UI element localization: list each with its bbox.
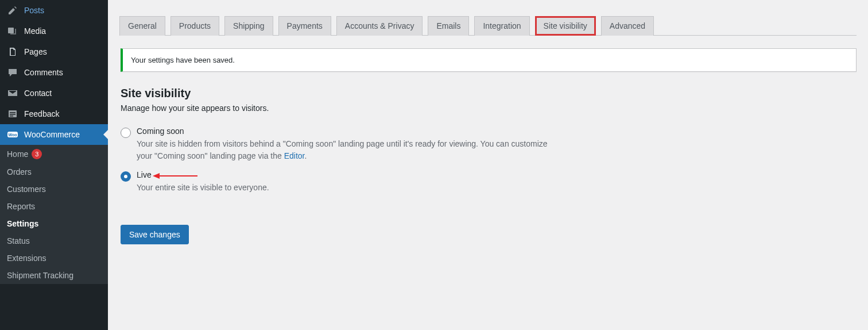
home-badge: 3	[32, 149, 42, 159]
notice-message: Your settings have been saved.	[131, 56, 235, 64]
sidebar-sub-status[interactable]: Status	[0, 232, 108, 250]
admin-sidebar: Posts Media Pages Comments Contact Feedb…	[0, 0, 108, 330]
tab-advanced[interactable]: Advanced	[601, 16, 654, 36]
sidebar-sub-settings[interactable]: Settings	[0, 215, 108, 232]
svg-rect-2	[10, 112, 16, 113]
tab-integration[interactable]: Integration	[474, 16, 529, 36]
sidebar-sub-label: Extensions	[7, 254, 46, 263]
feedback-icon	[7, 108, 18, 120]
sidebar-sub-label: Settings	[7, 219, 38, 228]
sidebar-sub-label: Shipment Tracking	[7, 271, 73, 280]
sidebar-item-label: Media	[24, 26, 46, 36]
sidebar-sub-shipment-tracking[interactable]: Shipment Tracking	[0, 267, 108, 284]
sidebar-item-label: WooCommerce	[24, 130, 80, 139]
sidebar-sub-home[interactable]: Home 3	[0, 145, 108, 163]
settings-saved-notice: Your settings have been saved.	[121, 48, 857, 72]
sidebar-item-feedback[interactable]: Feedback	[0, 103, 108, 124]
posts-icon	[7, 5, 18, 16]
sidebar-item-pages[interactable]: Pages	[0, 41, 108, 62]
sidebar-sub-label: Customers	[7, 185, 46, 194]
editor-link[interactable]: Editor	[284, 151, 305, 160]
woocommerce-icon: Woo	[7, 129, 18, 140]
page-description: Manage how your site appears to visitors…	[121, 103, 857, 113]
sidebar-sub-label: Reports	[7, 202, 35, 211]
tab-site-visibility[interactable]: Site visibility	[535, 16, 596, 36]
tab-products[interactable]: Products	[170, 16, 219, 36]
sidebar-item-posts[interactable]: Posts	[0, 0, 108, 21]
tab-accounts-privacy[interactable]: Accounts & Privacy	[336, 16, 423, 36]
live-help: Your entire site is visible to everyone.	[137, 182, 269, 194]
sidebar-sub-orders[interactable]: Orders	[0, 163, 108, 181]
pages-icon	[7, 46, 18, 57]
svg-rect-4	[10, 116, 13, 117]
page-title: Site visibility	[121, 87, 857, 100]
tab-emails[interactable]: Emails	[428, 16, 469, 36]
sidebar-sub-reports[interactable]: Reports	[0, 198, 108, 215]
sidebar-item-woocommerce[interactable]: Woo WooCommerce	[0, 124, 108, 145]
option-live[interactable]: Live Your entire site is visible to ever…	[121, 170, 857, 194]
svg-text:Woo: Woo	[8, 133, 17, 137]
sidebar-item-label: Posts	[24, 6, 44, 15]
sidebar-submenu-woocommerce: Home 3 Orders Customers Reports Settings…	[0, 145, 108, 284]
arrow-annotation-icon	[153, 171, 199, 181]
sidebar-sub-label: Status	[7, 236, 30, 245]
svg-marker-8	[153, 173, 160, 179]
sidebar-item-media[interactable]: Media	[0, 21, 108, 41]
sidebar-item-comments[interactable]: Comments	[0, 62, 108, 83]
comments-icon	[7, 67, 18, 78]
live-radio[interactable]	[121, 171, 131, 182]
tab-payments[interactable]: Payments	[278, 16, 331, 36]
contact-icon	[7, 87, 18, 99]
svg-rect-3	[10, 114, 16, 115]
live-label: Live	[137, 170, 152, 179]
sidebar-item-contact[interactable]: Contact	[0, 83, 108, 103]
save-button[interactable]: Save changes	[121, 225, 189, 244]
sidebar-item-label: Contact	[24, 89, 52, 98]
tab-general[interactable]: General	[119, 16, 165, 36]
coming-soon-radio[interactable]	[121, 128, 131, 138]
sidebar-sub-extensions[interactable]: Extensions	[0, 250, 108, 267]
main-content: General Products Shipping Payments Accou…	[108, 0, 868, 330]
sidebar-sub-label: Home	[7, 149, 28, 159]
svg-rect-0	[8, 28, 14, 33]
media-icon	[7, 25, 18, 37]
sidebar-sub-label: Orders	[7, 167, 32, 176]
settings-tabs: General Products Shipping Payments Accou…	[119, 11, 857, 36]
option-coming-soon[interactable]: Coming soon Your site is hidden from vis…	[121, 126, 857, 162]
tab-shipping[interactable]: Shipping	[224, 16, 273, 36]
sidebar-item-label: Comments	[24, 68, 63, 77]
sidebar-sub-customers[interactable]: Customers	[0, 181, 108, 198]
sidebar-item-label: Pages	[24, 47, 47, 56]
sidebar-item-label: Feedback	[24, 109, 59, 118]
coming-soon-label: Coming soon	[137, 126, 184, 136]
coming-soon-help: Your site is hidden from visitors behind…	[137, 138, 550, 162]
